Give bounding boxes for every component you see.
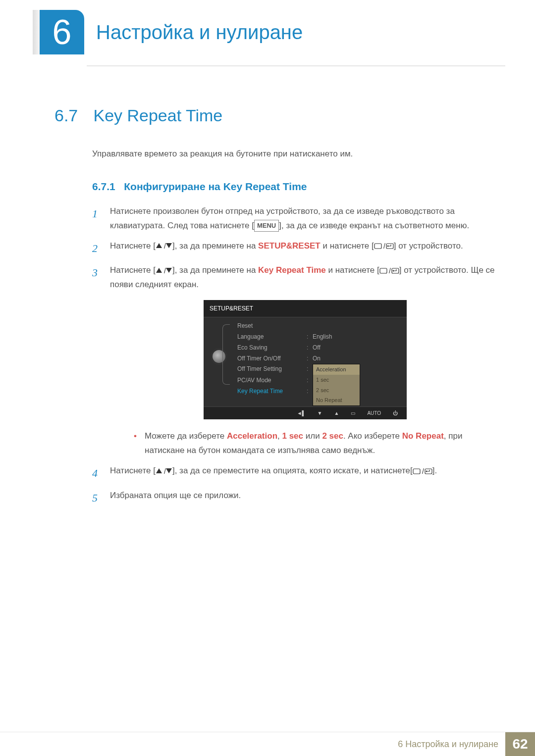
- up-down-arrows-icon: /: [156, 468, 172, 475]
- bullet-text: Можете да изберете Acceleration, 1 sec и…: [145, 429, 500, 458]
- osd-nav-icon: ◄▌: [297, 409, 306, 417]
- step-5: 5 Избраната опция ще се приложи.: [92, 489, 500, 507]
- ok-enter-icon: /: [379, 267, 399, 274]
- text: и натиснете [: [321, 241, 374, 251]
- section-heading: 6.7 Key Repeat Time: [54, 106, 500, 125]
- content-area: 6.7 Key Repeat Time Управлявате времето …: [0, 66, 535, 507]
- power-icon: ⏻: [393, 409, 398, 417]
- step-number: 3: [92, 263, 110, 458]
- svg-text:/: /: [389, 267, 391, 274]
- section-number: 6.7: [54, 106, 91, 125]
- highlight: SETUP&RESET: [258, 241, 321, 251]
- footer-chapter-label: 6 Настройка и нулиране: [398, 739, 498, 750]
- up-down-arrows-icon: /: [156, 267, 172, 274]
- step-body: Натиснете [/], за да преминете на SETUP&…: [110, 239, 500, 257]
- text: Натиснете [: [110, 265, 156, 275]
- text: ].: [432, 466, 437, 475]
- osd-screenshot: SETUP&RESET Reset Language:English Eco S…: [110, 300, 500, 419]
- bullet-dot-icon: •: [134, 429, 145, 458]
- svg-marker-2: [166, 243, 172, 248]
- up-down-arrows-icon: /: [156, 243, 172, 250]
- step-number: 2: [92, 239, 110, 257]
- step-number: 1: [92, 204, 110, 233]
- text: Можете да изберете: [145, 431, 227, 441]
- step-3: 3 Натиснете [/], за да преминете на Key …: [92, 263, 500, 458]
- osd-nav-icon: ▭: [351, 409, 355, 417]
- svg-marker-14: [156, 468, 162, 473]
- osd-label: Reset: [237, 321, 307, 331]
- osd-dropdown: Acceleration 1 sec 2 sec No Repeat: [313, 364, 360, 406]
- osd-bottom-bar: ◄▌ ▼ ▲ ▭ AUTO ⏻: [204, 406, 407, 419]
- step-body: Натиснете произволен бутон отпред на уст…: [110, 204, 500, 233]
- osd-value: On: [313, 353, 321, 363]
- osd-label: Eco Saving: [237, 343, 307, 353]
- menu-button-label: MENU: [254, 220, 279, 232]
- svg-rect-17: [413, 469, 420, 474]
- svg-text:/: /: [164, 468, 166, 475]
- svg-marker-0: [156, 243, 162, 248]
- text: или: [303, 431, 322, 441]
- section-intro: Управлявате времето за реакция на бутони…: [92, 149, 500, 159]
- osd-panel: SETUP&RESET Reset Language:English Eco S…: [204, 300, 407, 419]
- osd-nav-icon: ▼: [318, 409, 322, 417]
- svg-marker-7: [156, 268, 162, 273]
- osd-label: PC/AV Mode: [237, 375, 307, 385]
- ok-enter-icon: /: [413, 468, 432, 475]
- osd-side-indicator: [204, 317, 234, 406]
- svg-text:/: /: [164, 267, 166, 274]
- step-body: Избраната опция ще се приложи.: [110, 489, 500, 507]
- subsection-heading: 6.7.1 Конфигуриране на Key Repeat Time: [92, 181, 500, 193]
- page-number-badge: 62: [505, 732, 535, 756]
- osd-label: Off Timer On/Off: [237, 353, 307, 363]
- svg-marker-20: [426, 470, 427, 472]
- ok-enter-icon: /: [374, 243, 394, 250]
- svg-marker-13: [392, 270, 394, 272]
- highlight: Key Repeat Time: [258, 265, 326, 275]
- osd-label: Language: [237, 332, 307, 342]
- step-1: 1 Натиснете произволен бутон отпред на у…: [92, 204, 500, 233]
- text: ], за да се изведе екранът на съответнот…: [279, 221, 469, 230]
- svg-rect-10: [380, 268, 387, 273]
- svg-marker-6: [387, 245, 388, 247]
- dial-icon: [213, 350, 225, 363]
- svg-text:/: /: [383, 243, 385, 250]
- osd-title: SETUP&RESET: [204, 300, 407, 317]
- dropdown-option: No Repeat: [313, 395, 360, 405]
- svg-marker-9: [166, 268, 172, 273]
- step-body: Натиснете [/], за да се преместите на оп…: [110, 464, 500, 482]
- page-footer: 6 Настройка и нулиране 62: [0, 732, 535, 756]
- svg-text:/: /: [164, 243, 166, 250]
- bullet-list: • Можете да изберете Acceleration, 1 sec…: [134, 429, 500, 458]
- page-header: 6 Настройка и нулиране: [0, 0, 535, 54]
- dropdown-option: 1 sec: [313, 375, 360, 385]
- highlight: Acceleration: [227, 431, 277, 441]
- text: Натиснете [: [110, 241, 156, 251]
- steps-list: 1 Натиснете произволен бутон отпред на у…: [92, 204, 500, 507]
- step-number: 4: [92, 464, 110, 482]
- osd-auto-label: AUTO: [367, 409, 381, 417]
- svg-marker-16: [166, 468, 172, 473]
- text: ] от устройството.: [394, 241, 463, 251]
- dropdown-option: 2 sec: [313, 385, 360, 396]
- text: ], за да се преместите на опцията, която…: [172, 466, 413, 475]
- subsection-number: 6.7.1: [92, 181, 115, 192]
- osd-nav-icon: ▲: [334, 409, 339, 417]
- chapter-number-badge: 6: [40, 10, 84, 54]
- highlight: No Repeat: [402, 431, 444, 441]
- step-2: 2 Натиснете [/], за да преминете на SETU…: [92, 239, 500, 257]
- text: ], за да преминете на: [172, 241, 258, 251]
- text: Натиснете [: [110, 466, 156, 475]
- osd-label-active: Key Repeat Time: [237, 386, 307, 396]
- step-4: 4 Натиснете [/], за да се преместите на …: [92, 464, 500, 482]
- step-number: 5: [92, 489, 110, 507]
- osd-value: Off: [313, 343, 321, 353]
- highlight: 1 sec: [282, 431, 303, 441]
- text: и натиснете [: [326, 265, 379, 275]
- dropdown-option-selected: Acceleration: [313, 364, 360, 375]
- svg-text:/: /: [422, 468, 424, 475]
- chapter-title: Настройка и нулиране: [96, 21, 303, 44]
- svg-rect-3: [374, 244, 381, 249]
- text: ], за да преминете на: [172, 265, 258, 275]
- osd-label: Off Timer Setting: [237, 364, 307, 374]
- osd-rows: Reset Language:English Eco Saving:Off Of…: [234, 317, 407, 406]
